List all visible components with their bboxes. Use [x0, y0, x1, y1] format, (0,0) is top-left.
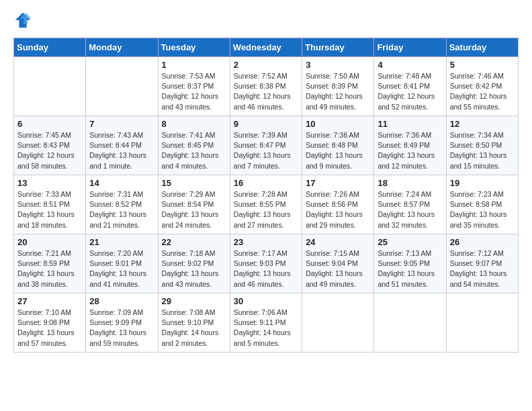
day-number: 10 [306, 119, 370, 129]
day-info: Sunrise: 7:20 AM Sunset: 9:01 PM Dayligh… [89, 248, 154, 289]
calendar-header: SundayMondayTuesdayWednesdayThursdayFrid… [14, 38, 519, 57]
day-number: 4 [378, 60, 442, 70]
calendar-cell: 5Sunrise: 7:46 AM Sunset: 8:42 PM Daylig… [446, 57, 518, 116]
day-info: Sunrise: 7:41 AM Sunset: 8:45 PM Dayligh… [162, 130, 226, 171]
day-info: Sunrise: 7:31 AM Sunset: 8:52 PM Dayligh… [89, 189, 154, 230]
calendar-cell: 13Sunrise: 7:33 AM Sunset: 8:51 PM Dayli… [14, 175, 86, 234]
calendar-cell: 15Sunrise: 7:29 AM Sunset: 8:54 PM Dayli… [158, 175, 230, 234]
day-info: Sunrise: 7:48 AM Sunset: 8:41 PM Dayligh… [378, 71, 442, 112]
day-info: Sunrise: 7:06 AM Sunset: 9:11 PM Dayligh… [234, 308, 298, 349]
day-info: Sunrise: 7:53 AM Sunset: 8:37 PM Dayligh… [162, 71, 226, 112]
day-info: Sunrise: 7:09 AM Sunset: 9:09 PM Dayligh… [89, 308, 154, 349]
calendar-cell: 2Sunrise: 7:52 AM Sunset: 8:38 PM Daylig… [230, 57, 302, 116]
logo [13, 11, 34, 30]
weekday-row: SundayMondayTuesdayWednesdayThursdayFrid… [14, 38, 519, 57]
calendar-week-row: 13Sunrise: 7:33 AM Sunset: 8:51 PM Dayli… [14, 175, 519, 234]
calendar-cell [446, 293, 518, 353]
day-info: Sunrise: 7:50 AM Sunset: 8:39 PM Dayligh… [306, 71, 370, 112]
day-info: Sunrise: 7:18 AM Sunset: 9:02 PM Dayligh… [162, 248, 226, 289]
calendar-table: SundayMondayTuesdayWednesdayThursdayFrid… [13, 38, 519, 353]
day-info: Sunrise: 7:43 AM Sunset: 8:44 PM Dayligh… [89, 130, 154, 171]
day-info: Sunrise: 7:33 AM Sunset: 8:51 PM Dayligh… [17, 189, 82, 230]
day-info: Sunrise: 7:12 AM Sunset: 9:07 PM Dayligh… [450, 248, 515, 289]
day-info: Sunrise: 7:13 AM Sunset: 9:05 PM Dayligh… [378, 248, 442, 289]
calendar-week-row: 6Sunrise: 7:45 AM Sunset: 8:43 PM Daylig… [14, 116, 519, 175]
logo-icon [13, 11, 32, 30]
day-number: 21 [89, 237, 154, 247]
day-number: 28 [89, 296, 154, 306]
calendar-cell: 7Sunrise: 7:43 AM Sunset: 8:44 PM Daylig… [86, 116, 158, 175]
calendar-cell: 9Sunrise: 7:39 AM Sunset: 8:47 PM Daylig… [230, 116, 302, 175]
day-info: Sunrise: 7:23 AM Sunset: 8:58 PM Dayligh… [450, 189, 515, 230]
calendar-cell: 29Sunrise: 7:08 AM Sunset: 9:10 PM Dayli… [158, 293, 230, 353]
weekday-header: Friday [374, 38, 446, 57]
calendar-cell: 18Sunrise: 7:24 AM Sunset: 8:57 PM Dayli… [374, 175, 446, 234]
calendar-cell: 10Sunrise: 7:38 AM Sunset: 8:48 PM Dayli… [302, 116, 374, 175]
day-number: 5 [450, 60, 515, 70]
calendar-cell: 22Sunrise: 7:18 AM Sunset: 9:02 PM Dayli… [158, 234, 230, 293]
weekday-header: Sunday [14, 38, 86, 57]
calendar-cell: 28Sunrise: 7:09 AM Sunset: 9:09 PM Dayli… [86, 293, 158, 353]
day-info: Sunrise: 7:38 AM Sunset: 8:48 PM Dayligh… [306, 130, 370, 171]
weekday-header: Tuesday [158, 38, 230, 57]
day-number: 6 [17, 119, 82, 129]
calendar-cell: 17Sunrise: 7:26 AM Sunset: 8:56 PM Dayli… [302, 175, 374, 234]
day-info: Sunrise: 7:10 AM Sunset: 9:08 PM Dayligh… [17, 308, 82, 349]
day-number: 13 [17, 178, 82, 188]
day-number: 22 [162, 237, 226, 247]
calendar-cell: 1Sunrise: 7:53 AM Sunset: 8:37 PM Daylig… [158, 57, 230, 116]
weekday-header: Wednesday [230, 38, 302, 57]
calendar-cell [86, 57, 158, 116]
day-number: 7 [89, 119, 154, 129]
day-number: 18 [378, 178, 442, 188]
day-number: 14 [89, 178, 154, 188]
day-number: 11 [378, 119, 442, 129]
calendar-cell: 26Sunrise: 7:12 AM Sunset: 9:07 PM Dayli… [446, 234, 518, 293]
day-info: Sunrise: 7:36 AM Sunset: 8:49 PM Dayligh… [378, 130, 442, 171]
day-number: 16 [234, 178, 298, 188]
day-number: 20 [17, 237, 82, 247]
day-number: 17 [306, 178, 370, 188]
day-info: Sunrise: 7:08 AM Sunset: 9:10 PM Dayligh… [162, 308, 226, 349]
day-info: Sunrise: 7:26 AM Sunset: 8:56 PM Dayligh… [306, 189, 370, 230]
weekday-header: Thursday [302, 38, 374, 57]
calendar-cell: 24Sunrise: 7:15 AM Sunset: 9:04 PM Dayli… [302, 234, 374, 293]
page-header [13, 11, 519, 30]
calendar-cell: 6Sunrise: 7:45 AM Sunset: 8:43 PM Daylig… [14, 116, 86, 175]
calendar-cell: 27Sunrise: 7:10 AM Sunset: 9:08 PM Dayli… [14, 293, 86, 353]
day-number: 3 [306, 60, 370, 70]
day-number: 23 [234, 237, 298, 247]
day-info: Sunrise: 7:15 AM Sunset: 9:04 PM Dayligh… [306, 248, 370, 289]
calendar-cell [14, 57, 86, 116]
day-number: 9 [234, 119, 298, 129]
calendar-cell: 21Sunrise: 7:20 AM Sunset: 9:01 PM Dayli… [86, 234, 158, 293]
day-info: Sunrise: 7:39 AM Sunset: 8:47 PM Dayligh… [234, 130, 298, 171]
day-number: 24 [306, 237, 370, 247]
day-number: 27 [17, 296, 82, 306]
day-info: Sunrise: 7:28 AM Sunset: 8:55 PM Dayligh… [234, 189, 298, 230]
calendar-cell: 19Sunrise: 7:23 AM Sunset: 8:58 PM Dayli… [446, 175, 518, 234]
day-info: Sunrise: 7:34 AM Sunset: 8:50 PM Dayligh… [450, 130, 515, 171]
day-number: 12 [450, 119, 515, 129]
day-number: 26 [450, 237, 515, 247]
day-info: Sunrise: 7:21 AM Sunset: 8:59 PM Dayligh… [17, 248, 82, 289]
calendar-cell [302, 293, 374, 353]
calendar-cell: 11Sunrise: 7:36 AM Sunset: 8:49 PM Dayli… [374, 116, 446, 175]
calendar-cell [374, 293, 446, 353]
calendar-body: 1Sunrise: 7:53 AM Sunset: 8:37 PM Daylig… [14, 57, 519, 353]
calendar-week-row: 20Sunrise: 7:21 AM Sunset: 8:59 PM Dayli… [14, 234, 519, 293]
calendar-cell: 8Sunrise: 7:41 AM Sunset: 8:45 PM Daylig… [158, 116, 230, 175]
page-container: SundayMondayTuesdayWednesdayThursdayFrid… [0, 0, 532, 363]
weekday-header: Saturday [446, 38, 518, 57]
day-info: Sunrise: 7:46 AM Sunset: 8:42 PM Dayligh… [450, 71, 515, 112]
calendar-cell: 12Sunrise: 7:34 AM Sunset: 8:50 PM Dayli… [446, 116, 518, 175]
weekday-header: Monday [86, 38, 158, 57]
calendar-cell: 4Sunrise: 7:48 AM Sunset: 8:41 PM Daylig… [374, 57, 446, 116]
day-number: 8 [162, 119, 226, 129]
day-info: Sunrise: 7:52 AM Sunset: 8:38 PM Dayligh… [234, 71, 298, 112]
svg-marker-0 [15, 13, 30, 28]
calendar-cell: 14Sunrise: 7:31 AM Sunset: 8:52 PM Dayli… [86, 175, 158, 234]
day-number: 1 [162, 60, 226, 70]
calendar-cell: 16Sunrise: 7:28 AM Sunset: 8:55 PM Dayli… [230, 175, 302, 234]
day-info: Sunrise: 7:24 AM Sunset: 8:57 PM Dayligh… [378, 189, 442, 230]
